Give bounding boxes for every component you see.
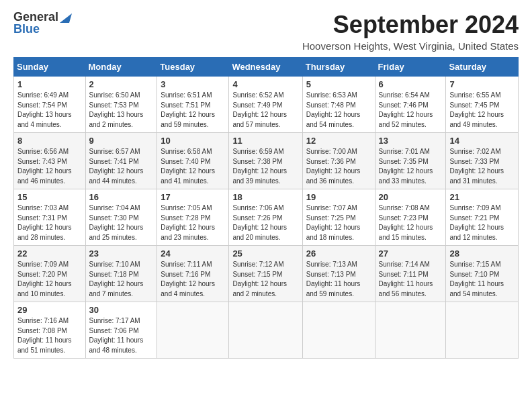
title-area: September 2024 Hooverson Heights, West V… — [302, 11, 519, 52]
cell-info: Sunrise: 7:14 AM Sunset: 7:11 PM Dayligh… — [379, 260, 443, 299]
calendar-cell: 8 Sunrise: 6:56 AM Sunset: 7:43 PM Dayli… — [14, 133, 86, 189]
calendar-cell: 18 Sunrise: 7:06 AM Sunset: 7:26 PM Dayl… — [229, 189, 302, 246]
cell-info: Sunrise: 7:11 AM Sunset: 7:16 PM Dayligh… — [161, 260, 225, 299]
calendar-cell: 6 Sunrise: 6:54 AM Sunset: 7:46 PM Dayli… — [375, 77, 446, 133]
calendar-cell: 13 Sunrise: 7:01 AM Sunset: 7:35 PM Dayl… — [375, 133, 446, 189]
cell-info: Sunrise: 7:00 AM Sunset: 7:36 PM Dayligh… — [306, 147, 371, 186]
day-number: 14 — [449, 136, 515, 146]
col-wednesday: Wednesday — [229, 58, 302, 77]
cell-info: Sunrise: 6:56 AM Sunset: 7:43 PM Dayligh… — [17, 147, 82, 186]
day-number: 13 — [379, 136, 443, 146]
day-number: 11 — [232, 136, 298, 146]
day-number: 6 — [379, 79, 443, 89]
month-title: September 2024 — [302, 11, 519, 39]
cell-info: Sunrise: 6:49 AM Sunset: 7:54 PM Dayligh… — [17, 91, 82, 130]
calendar-cell: 2 Sunrise: 6:50 AM Sunset: 7:53 PM Dayli… — [85, 77, 157, 133]
calendar-cell: 29 Sunrise: 7:16 AM Sunset: 7:08 PM Dayl… — [14, 302, 86, 359]
col-saturday: Saturday — [446, 58, 519, 77]
cell-info: Sunrise: 7:02 AM Sunset: 7:33 PM Dayligh… — [449, 147, 515, 186]
cell-info: Sunrise: 7:04 AM Sunset: 7:30 PM Dayligh… — [89, 203, 154, 242]
day-number: 19 — [306, 192, 371, 202]
cell-info: Sunrise: 7:07 AM Sunset: 7:25 PM Dayligh… — [306, 203, 371, 242]
cell-info: Sunrise: 7:13 AM Sunset: 7:13 PM Dayligh… — [306, 260, 371, 299]
col-friday: Friday — [375, 58, 446, 77]
calendar-cell: 5 Sunrise: 6:53 AM Sunset: 7:48 PM Dayli… — [302, 77, 375, 133]
day-number: 3 — [161, 79, 225, 89]
calendar-cell — [229, 302, 302, 359]
calendar-cell — [446, 302, 519, 359]
calendar-cell: 14 Sunrise: 7:02 AM Sunset: 7:33 PM Dayl… — [446, 133, 519, 189]
logo-general-text: General — [13, 11, 58, 23]
day-number: 25 — [232, 248, 298, 259]
cell-info: Sunrise: 7:15 AM Sunset: 7:10 PM Dayligh… — [449, 260, 515, 299]
calendar-cell: 28 Sunrise: 7:15 AM Sunset: 7:10 PM Dayl… — [446, 246, 519, 302]
logo-bird-icon — [60, 9, 72, 23]
calendar-week-1: 1 Sunrise: 6:49 AM Sunset: 7:54 PM Dayli… — [14, 77, 519, 133]
day-number: 18 — [232, 192, 298, 202]
cell-info: Sunrise: 6:59 AM Sunset: 7:38 PM Dayligh… — [232, 147, 298, 186]
cell-info: Sunrise: 7:09 AM Sunset: 7:21 PM Dayligh… — [449, 203, 515, 242]
calendar-cell: 10 Sunrise: 6:58 AM Sunset: 7:40 PM Dayl… — [157, 133, 229, 189]
calendar-week-3: 15 Sunrise: 7:03 AM Sunset: 7:31 PM Dayl… — [14, 189, 519, 246]
day-number: 7 — [449, 79, 515, 89]
col-thursday: Thursday — [302, 58, 375, 77]
day-number: 1 — [17, 79, 82, 89]
cell-info: Sunrise: 6:53 AM Sunset: 7:48 PM Dayligh… — [306, 91, 371, 130]
day-number: 28 — [449, 248, 515, 259]
day-number: 15 — [17, 192, 82, 202]
calendar-cell: 12 Sunrise: 7:00 AM Sunset: 7:36 PM Dayl… — [302, 133, 375, 189]
cell-info: Sunrise: 7:16 AM Sunset: 7:08 PM Dayligh… — [17, 316, 82, 355]
calendar-cell: 3 Sunrise: 6:51 AM Sunset: 7:51 PM Dayli… — [157, 77, 229, 133]
calendar-cell: 7 Sunrise: 6:55 AM Sunset: 7:45 PM Dayli… — [446, 77, 519, 133]
calendar-cell: 1 Sunrise: 6:49 AM Sunset: 7:54 PM Dayli… — [14, 77, 86, 133]
calendar-week-4: 22 Sunrise: 7:09 AM Sunset: 7:20 PM Dayl… — [14, 246, 519, 302]
cell-info: Sunrise: 6:55 AM Sunset: 7:45 PM Dayligh… — [449, 91, 515, 130]
calendar-cell: 27 Sunrise: 7:14 AM Sunset: 7:11 PM Dayl… — [375, 246, 446, 302]
calendar-week-2: 8 Sunrise: 6:56 AM Sunset: 7:43 PM Dayli… — [14, 133, 519, 189]
calendar-week-5: 29 Sunrise: 7:16 AM Sunset: 7:08 PM Dayl… — [14, 302, 519, 359]
calendar-cell: 11 Sunrise: 6:59 AM Sunset: 7:38 PM Dayl… — [229, 133, 302, 189]
cell-info: Sunrise: 6:57 AM Sunset: 7:41 PM Dayligh… — [89, 147, 154, 186]
day-number: 12 — [306, 136, 371, 146]
cell-info: Sunrise: 6:50 AM Sunset: 7:53 PM Dayligh… — [89, 91, 154, 130]
col-monday: Monday — [85, 58, 157, 77]
col-sunday: Sunday — [14, 58, 86, 77]
calendar-cell — [375, 302, 446, 359]
cell-info: Sunrise: 7:01 AM Sunset: 7:35 PM Dayligh… — [379, 147, 443, 186]
cell-info: Sunrise: 7:12 AM Sunset: 7:15 PM Dayligh… — [232, 260, 298, 299]
day-number: 22 — [17, 248, 82, 259]
day-number: 17 — [161, 192, 225, 202]
calendar-cell: 4 Sunrise: 6:52 AM Sunset: 7:49 PM Dayli… — [229, 77, 302, 133]
calendar-cell: 24 Sunrise: 7:11 AM Sunset: 7:16 PM Dayl… — [157, 246, 229, 302]
calendar-cell: 15 Sunrise: 7:03 AM Sunset: 7:31 PM Dayl… — [14, 189, 86, 246]
cell-info: Sunrise: 6:58 AM Sunset: 7:40 PM Dayligh… — [161, 147, 225, 186]
calendar-cell: 25 Sunrise: 7:12 AM Sunset: 7:15 PM Dayl… — [229, 246, 302, 302]
day-number: 26 — [306, 248, 371, 259]
calendar-cell: 17 Sunrise: 7:05 AM Sunset: 7:28 PM Dayl… — [157, 189, 229, 246]
day-number: 2 — [89, 79, 154, 89]
calendar-cell — [157, 302, 229, 359]
logo-blue-text: Blue — [13, 23, 40, 35]
cell-info: Sunrise: 7:06 AM Sunset: 7:26 PM Dayligh… — [232, 203, 298, 242]
calendar-header-row: Sunday Monday Tuesday Wednesday Thursday… — [14, 58, 519, 77]
cell-info: Sunrise: 7:09 AM Sunset: 7:20 PM Dayligh… — [17, 260, 82, 299]
logo: General Blue — [13, 11, 72, 35]
location-title: Hooverson Heights, West Virginia, United… — [302, 40, 519, 52]
calendar-cell: 30 Sunrise: 7:17 AM Sunset: 7:06 PM Dayl… — [85, 302, 157, 359]
calendar-cell: 16 Sunrise: 7:04 AM Sunset: 7:30 PM Dayl… — [85, 189, 157, 246]
day-number: 10 — [161, 136, 225, 146]
cell-info: Sunrise: 7:03 AM Sunset: 7:31 PM Dayligh… — [17, 203, 82, 242]
svg-marker-0 — [60, 13, 72, 23]
day-number: 29 — [17, 305, 82, 315]
calendar-table: Sunday Monday Tuesday Wednesday Thursday… — [13, 57, 519, 359]
cell-info: Sunrise: 7:08 AM Sunset: 7:23 PM Dayligh… — [379, 203, 443, 242]
page-header: General Blue September 2024 Hooverson He… — [13, 11, 519, 52]
cell-info: Sunrise: 6:51 AM Sunset: 7:51 PM Dayligh… — [161, 91, 225, 130]
calendar-cell: 23 Sunrise: 7:10 AM Sunset: 7:18 PM Dayl… — [85, 246, 157, 302]
day-number: 5 — [306, 79, 371, 89]
col-tuesday: Tuesday — [157, 58, 229, 77]
cell-info: Sunrise: 7:10 AM Sunset: 7:18 PM Dayligh… — [89, 260, 154, 299]
day-number: 4 — [232, 79, 298, 89]
calendar-cell: 9 Sunrise: 6:57 AM Sunset: 7:41 PM Dayli… — [85, 133, 157, 189]
day-number: 20 — [379, 192, 443, 202]
